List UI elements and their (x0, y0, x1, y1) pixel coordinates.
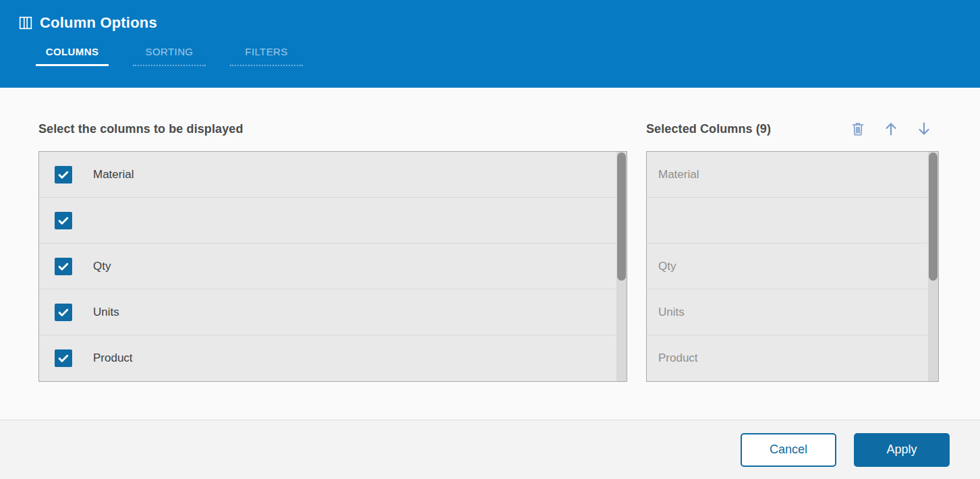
checkbox-checked-icon[interactable] (55, 349, 72, 367)
left-scrollbar-track[interactable] (616, 152, 627, 381)
right-scrollbar-track[interactable] (928, 152, 938, 381)
column-row[interactable]: Material (39, 152, 616, 198)
cancel-button-label: Cancel (770, 443, 807, 456)
tab-filters[interactable]: FILTERS (230, 46, 303, 66)
selected-column-row[interactable] (647, 198, 928, 244)
left-scrollbar-thumb[interactable] (617, 152, 626, 281)
available-columns-heading: Select the columns to be displayed (38, 122, 243, 136)
column-row[interactable]: Units (39, 289, 616, 335)
trash-icon[interactable] (850, 121, 866, 137)
selected-column-label: Product (658, 351, 698, 365)
selected-columns-toolbar (850, 121, 939, 137)
tab-bar: COLUMNSSORTINGFILTERS (36, 46, 980, 66)
column-row[interactable] (39, 198, 616, 244)
selected-column-label: Units (658, 306, 685, 319)
checkbox-checked-icon[interactable] (55, 304, 72, 321)
column-label: Product (93, 351, 133, 365)
available-columns-section: Select the columns to be displayed Mater… (38, 120, 627, 382)
apply-button[interactable]: Apply (854, 433, 950, 467)
column-label: Material (93, 168, 134, 181)
column-options-dialog: Column Options COLUMNSSORTINGFILTERS Sel… (0, 0, 980, 479)
selected-columns-section: Selected Columns (9) (646, 120, 939, 382)
column-row[interactable]: Product (39, 335, 616, 381)
selected-column-row[interactable]: Qty (647, 244, 928, 289)
selected-columns-list: MaterialQtyUnitsProduct (646, 151, 939, 382)
selected-column-row[interactable]: Units (647, 289, 928, 335)
selected-column-label: Material (658, 168, 699, 181)
dialog-body: Select the columns to be displayed Mater… (0, 88, 980, 382)
arrow-up-icon[interactable] (883, 121, 899, 137)
columns-icon (19, 16, 32, 30)
dialog-header: Column Options COLUMNSSORTINGFILTERS (0, 0, 980, 88)
checkbox-checked-icon[interactable] (55, 166, 72, 184)
checkbox-checked-icon[interactable] (55, 258, 72, 275)
selected-column-label: Qty (658, 260, 676, 273)
apply-button-label: Apply (886, 443, 917, 456)
selected-columns-heading: Selected Columns (9) (646, 122, 771, 136)
column-label: Qty (93, 260, 111, 273)
title-row: Column Options (19, 0, 980, 32)
available-columns-list: MaterialQtyUnitsProduct (38, 151, 627, 382)
selected-column-row[interactable]: Material (647, 152, 928, 198)
tab-columns[interactable]: COLUMNS (36, 46, 109, 66)
column-label: Units (93, 306, 119, 319)
dialog-footer: Cancel Apply (0, 420, 980, 479)
selected-column-row[interactable]: Product (647, 335, 928, 381)
dialog-title: Column Options (40, 14, 157, 32)
checkbox-checked-icon[interactable] (55, 212, 72, 229)
column-row[interactable]: Qty (39, 244, 616, 289)
cancel-button[interactable]: Cancel (741, 433, 836, 467)
right-scrollbar-thumb[interactable] (929, 152, 938, 281)
arrow-down-icon[interactable] (916, 121, 932, 137)
tab-sorting[interactable]: SORTING (133, 46, 206, 66)
